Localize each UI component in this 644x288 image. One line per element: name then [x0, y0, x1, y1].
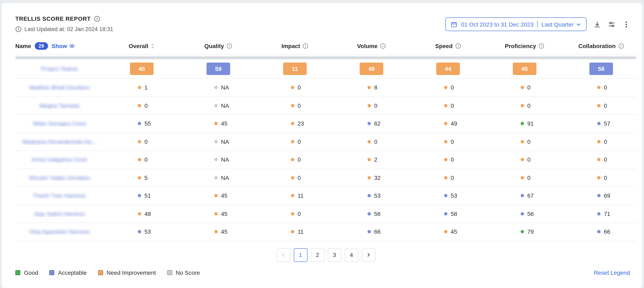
score-cell: 53 — [410, 192, 486, 199]
horizontal-scrollbar[interactable] — [15, 56, 636, 59]
table-body: Project Teams45591148444558Madhav Bhatt … — [15, 59, 636, 241]
info-icon[interactable] — [380, 43, 386, 49]
show-toggle[interactable]: Show — [52, 43, 75, 49]
row-name-link[interactable]: Thanh Tran Harness — [15, 192, 104, 199]
legend-label: No Score — [176, 269, 200, 276]
score-value: 45 — [221, 210, 228, 217]
row-name-link[interactable]: Meghana Devarakonda Ha... — [15, 138, 104, 145]
row-name-link[interactable]: Milan Sonagra Crest — [15, 120, 104, 127]
score-dot — [138, 122, 141, 125]
obscured-name: Ajay Saket Harness — [34, 210, 85, 217]
score-cell: 0 — [256, 174, 333, 181]
score-cell: 0 — [333, 138, 410, 145]
score-value: 53 — [374, 192, 380, 199]
column-label: Collaboration — [578, 43, 616, 49]
score-dot — [597, 140, 600, 143]
score-value: 66 — [604, 228, 610, 235]
row-name-link[interactable]: Viraj Agaonkar Harness — [15, 228, 104, 235]
chevron-down-icon — [576, 22, 581, 27]
date-preset-dropdown[interactable]: Last Quarter — [541, 21, 581, 28]
score-dot — [214, 212, 218, 215]
score-badge-cell: 45 — [104, 63, 180, 75]
score-dot — [368, 122, 371, 125]
score-dot — [214, 158, 218, 161]
row-count-badge: 29 — [35, 42, 48, 50]
score-badge-cell: 44 — [410, 63, 486, 75]
legend-item-need_improvement[interactable]: Need Improvement — [98, 269, 156, 276]
reset-legend-link[interactable]: Reset Legend — [594, 269, 630, 276]
score-cell: 0 — [486, 156, 563, 163]
score-dot — [214, 176, 218, 179]
legend-label: Need Improvement — [106, 269, 156, 276]
table-header-row: Name 29 Show OverallQualityImpactVolumeS… — [15, 42, 636, 55]
row-name-link[interactable]: Ajay Saket Harness — [15, 210, 104, 217]
score-cell: 0 — [563, 102, 640, 109]
info-icon[interactable] — [455, 43, 461, 49]
more-options-button[interactable] — [622, 21, 630, 28]
score-badge: 11 — [283, 63, 307, 75]
score-cell: 0 — [486, 174, 563, 181]
row-name-link[interactable]: Project Teams — [15, 66, 104, 72]
score-dot — [597, 176, 600, 179]
info-icon[interactable] — [302, 43, 308, 49]
score-dot — [521, 140, 524, 143]
page-button-1[interactable]: 1 — [294, 248, 307, 262]
score-dot — [521, 104, 524, 107]
score-value: 53 — [144, 228, 151, 235]
score-dot — [521, 194, 524, 197]
download-icon — [594, 21, 601, 28]
legend-item-good[interactable]: Good — [15, 269, 38, 276]
info-icon[interactable] — [538, 43, 544, 49]
row-name-link[interactable]: Madhav Bhatt Devdans — [15, 84, 104, 91]
score-cell: 0 — [104, 156, 180, 163]
score-dot — [521, 158, 524, 161]
filter-settings-button[interactable] — [608, 21, 616, 28]
score-dot — [597, 158, 600, 161]
title-info-icon[interactable] — [94, 16, 100, 22]
prev-page-button[interactable] — [277, 248, 290, 262]
score-value: 0 — [527, 138, 530, 145]
score-dot — [368, 176, 371, 179]
score-value: 1 — [144, 84, 148, 91]
column-header-collaboration: Collaboration — [563, 43, 640, 49]
column-header-impact: Impact — [256, 43, 333, 49]
score-badge-cell: 59 — [180, 63, 256, 75]
score-cell: 0 — [256, 156, 333, 163]
score-dot — [291, 230, 294, 233]
score-cell: 0 — [104, 138, 180, 145]
score-dot — [444, 158, 448, 161]
score-dot — [444, 176, 448, 179]
title-block: TRELLIS SCORE REPORT Last Updated at: 02… — [15, 15, 113, 32]
info-icon[interactable] — [618, 43, 624, 49]
next-page-button[interactable] — [362, 248, 375, 262]
row-name-link[interactable]: Megha Tamada — [15, 102, 104, 109]
toolbar: 01 Oct 2023 to 31 Dec 2023 Last Quarter — [445, 18, 630, 31]
score-dot — [291, 194, 294, 197]
score-value: NA — [221, 84, 229, 91]
score-value: 45 — [221, 228, 228, 235]
info-icon[interactable] — [226, 43, 232, 49]
legend-item-acceptable[interactable]: Acceptable — [50, 269, 87, 276]
score-cell: 55 — [104, 120, 180, 127]
score-dot — [368, 212, 371, 215]
page-button-4[interactable]: 4 — [344, 248, 358, 262]
score-value: 71 — [604, 210, 610, 217]
legend-item-no_score[interactable]: No Score — [167, 269, 200, 276]
obscured-name: Madhav Bhatt Devdans — [29, 84, 90, 91]
score-cell: 8 — [333, 84, 410, 91]
page-button-2[interactable]: 2 — [310, 248, 324, 262]
score-badge: 58 — [589, 63, 613, 75]
score-dot — [214, 122, 218, 125]
row-name-link[interactable]: Shivam Yadav Devdans — [15, 174, 104, 181]
score-cell: 45 — [180, 192, 256, 199]
legend-swatch — [167, 270, 172, 275]
page-button-3[interactable]: 3 — [328, 248, 341, 262]
score-cell: 53 — [104, 228, 180, 235]
score-cell: 0 — [410, 174, 486, 181]
score-cell: 11 — [256, 228, 333, 235]
download-button[interactable] — [594, 21, 601, 28]
name-header-label: Name — [15, 43, 31, 49]
sort-icon[interactable] — [151, 43, 155, 49]
row-name-link[interactable]: Krina Vadgama Crest — [15, 156, 104, 163]
date-range-picker[interactable]: 01 Oct 2023 to 31 Dec 2023 Last Quarter — [445, 18, 586, 31]
